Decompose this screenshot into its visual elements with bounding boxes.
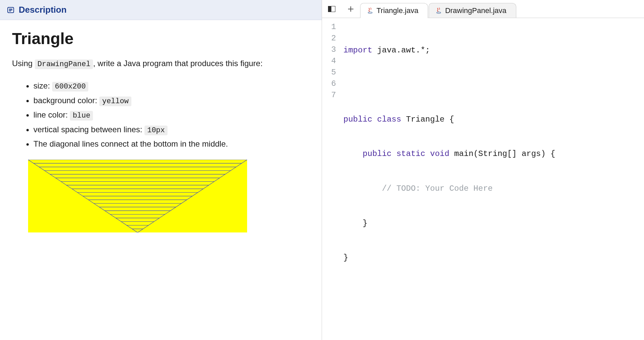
list-item: vertical spacing between lines: 10px <box>33 123 310 137</box>
description-panel: Description Triangle Using DrawingPanel,… <box>0 0 322 340</box>
list-item: background color: yellow <box>33 94 310 108</box>
code-brace: } <box>343 253 348 262</box>
line-number: 4 <box>329 55 336 67</box>
line-number: 5 <box>329 67 336 78</box>
spec-label: The diagonal lines connect at the bottom… <box>33 139 228 148</box>
description-icon <box>7 6 15 14</box>
code-keyword: static <box>396 149 425 158</box>
code-line: } <box>343 218 555 229</box>
tab-triangle-java[interactable]: Triangle.java <box>360 3 428 18</box>
code-keyword: public <box>363 149 392 158</box>
tab-drawingpanel-java[interactable]: DrawingPanel.java <box>429 3 516 18</box>
code-editor[interactable]: 1 2 3 4 5 6 7 import java.awt.*; public … <box>322 18 644 340</box>
code-keyword: void <box>430 149 449 158</box>
panel-layout-button[interactable] <box>322 0 341 18</box>
code-comment: // TODO: Your Code Here <box>382 184 493 193</box>
intro-paragraph: Using DrawingPanel, write a Java program… <box>12 57 310 70</box>
figure-container <box>28 160 310 232</box>
code-text: main(String[] args) { <box>449 149 555 158</box>
tab-label: Triangle.java <box>377 6 418 15</box>
java-icon <box>436 7 442 14</box>
code-text <box>392 149 396 158</box>
line-gutter: 1 2 3 4 5 6 7 <box>322 20 341 340</box>
svg-point-32 <box>368 12 372 13</box>
code-line: import java.awt.*; <box>343 45 555 56</box>
java-icon <box>367 7 373 14</box>
tab-label: DrawingPanel.java <box>445 6 506 15</box>
spec-label: size: <box>33 81 52 90</box>
code-keyword: import <box>343 46 372 55</box>
intro-code: DrawingPanel <box>35 59 93 69</box>
code-keyword: class <box>377 115 401 124</box>
description-content: Triangle Using DrawingPanel, write a Jav… <box>0 20 322 242</box>
code-area[interactable]: import java.awt.*; public class Triangle… <box>341 20 558 340</box>
intro-text-b: , write a Java program that produces thi… <box>93 59 262 68</box>
spec-label: background color: <box>33 96 99 105</box>
code-line: } <box>343 252 555 264</box>
editor-panel: Triangle.java DrawingPanel.java 1 2 3 4 … <box>322 0 644 340</box>
triangle-figure <box>28 160 247 232</box>
code-line <box>343 79 555 91</box>
code-indent <box>343 149 363 158</box>
code-indent <box>343 184 382 193</box>
description-header: Description <box>0 0 322 20</box>
code-keyword: public <box>343 115 372 124</box>
svg-point-33 <box>437 12 441 13</box>
code-indent <box>343 219 363 228</box>
list-item: line color: blue <box>33 108 310 123</box>
spec-list: size: 600x200 background color: yellow l… <box>12 79 310 151</box>
intro-text-a: Using <box>12 59 35 68</box>
code-line: // TODO: Your Code Here <box>343 183 555 194</box>
spec-code: yellow <box>99 97 131 106</box>
spec-label: vertical spacing between lines: <box>33 125 144 134</box>
spec-code: 600x200 <box>52 82 88 92</box>
code-text: java.awt.*; <box>372 46 430 55</box>
tab-bar: Triangle.java DrawingPanel.java <box>322 0 644 18</box>
code-brace: } <box>363 219 367 228</box>
spec-code: 10px <box>144 126 168 135</box>
list-item: size: 600x200 <box>33 79 310 94</box>
code-line: public static void main(String[] args) { <box>343 148 555 160</box>
line-number: 6 <box>329 78 336 90</box>
svg-rect-29 <box>328 6 331 12</box>
line-number: 2 <box>329 33 336 44</box>
description-header-title: Description <box>19 5 67 15</box>
new-tab-button[interactable] <box>341 0 360 18</box>
code-text <box>372 115 377 124</box>
line-number: 7 <box>329 90 336 101</box>
page-title: Triangle <box>12 29 310 48</box>
list-item: The diagonal lines connect at the bottom… <box>33 137 310 151</box>
code-text <box>425 149 430 158</box>
code-text: Triangle { <box>401 115 454 124</box>
spec-code: blue <box>70 111 93 121</box>
spec-label: line color: <box>33 110 70 119</box>
tabs-row: Triangle.java DrawingPanel.java <box>360 0 516 18</box>
line-number: 1 <box>329 21 336 33</box>
line-number: 3 <box>329 44 336 55</box>
code-line: public class Triangle { <box>343 114 555 125</box>
